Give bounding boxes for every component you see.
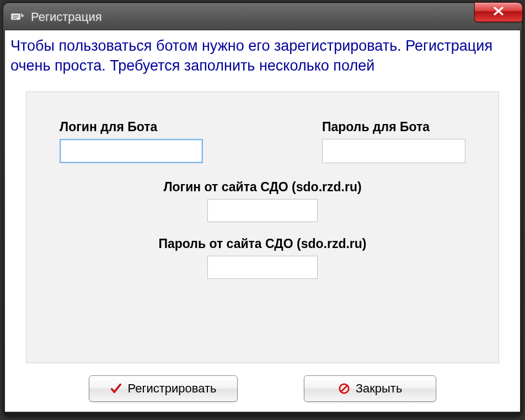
bot-login-label: Логин для Бота [60, 120, 157, 134]
svg-rect-3 [13, 18, 17, 19]
window-title: Регистрация [31, 10, 517, 24]
intro-text: Чтобы пользоваться ботом нужно его зарег… [9, 34, 516, 85]
close-icon [490, 6, 507, 18]
close-button-label: Закрыть [356, 381, 403, 396]
register-button-label: Регистрировать [127, 381, 216, 396]
window-close-button[interactable] [474, 2, 523, 22]
svg-line-5 [341, 386, 347, 392]
bot-password-label: Пароль для Бота [322, 120, 430, 134]
close-button[interactable]: Закрыть [304, 375, 436, 402]
form-panel: Логин для Бота Пароль для Бота Логин от … [26, 91, 499, 363]
register-button[interactable]: Регистрировать [89, 375, 238, 402]
checkmark-icon [110, 383, 122, 395]
sdo-login-input[interactable] [207, 199, 318, 222]
prohibit-icon [338, 383, 350, 395]
sdo-password-label: Пароль от сайта СДО (sdo.rzd.ru) [158, 236, 366, 251]
app-icon [10, 10, 25, 24]
action-bar: Регистрировать Закрыть [9, 375, 516, 405]
bot-password-input[interactable] [322, 139, 465, 163]
client-area: Чтобы пользоваться ботом нужно его зарег… [4, 30, 521, 412]
registration-window: Регистрация Чтобы пользоваться ботом нуж… [3, 3, 522, 417]
titlebar[interactable]: Регистрация [4, 4, 521, 30]
svg-rect-1 [13, 15, 19, 16]
bot-login-input[interactable] [60, 139, 203, 163]
svg-rect-2 [13, 17, 19, 17]
sdo-login-label: Логин от сайта СДО (sdo.rzd.ru) [163, 180, 361, 195]
sdo-password-input[interactable] [207, 256, 318, 279]
